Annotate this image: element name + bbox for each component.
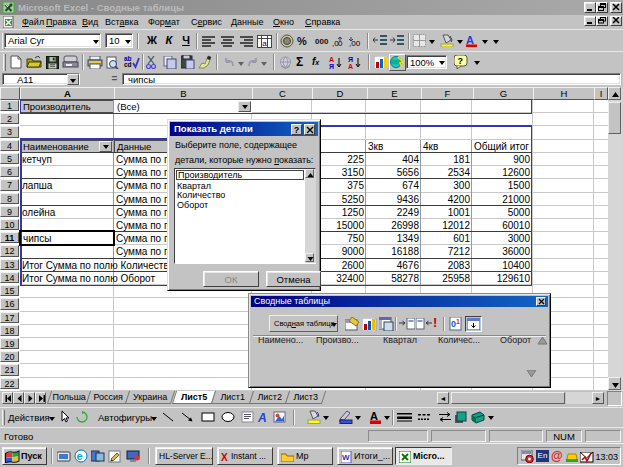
- svg-text:А: А: [329, 56, 334, 63]
- svg-text:0: 0: [338, 39, 343, 48]
- svg-text:A: A: [466, 34, 474, 46]
- svg-text:a: a: [262, 39, 267, 48]
- svg-text:1: 1: [456, 318, 460, 325]
- svg-text:Я: Я: [329, 63, 334, 69]
- svg-text:А: А: [348, 63, 353, 69]
- svg-text:W: W: [342, 453, 350, 462]
- svg-text:A: A: [258, 411, 267, 424]
- svg-text:Я: Я: [348, 56, 353, 63]
- svg-text:cd: cd: [124, 61, 132, 68]
- svg-text:A: A: [370, 410, 378, 422]
- svg-text:?: ?: [458, 56, 464, 66]
- svg-text:e: e: [77, 450, 83, 462]
